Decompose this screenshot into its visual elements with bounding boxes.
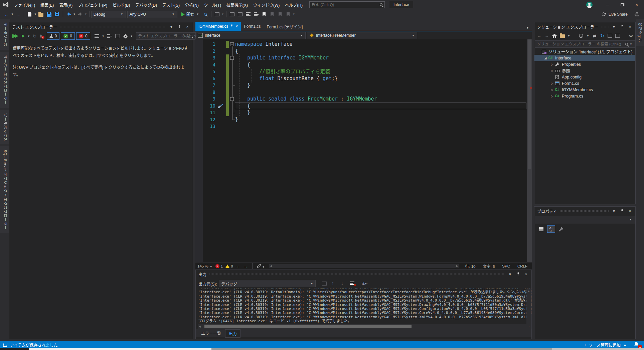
breakpoint-margin[interactable]: [195, 39, 203, 262]
code-text[interactable]: float DiscountRate { get;}: [235, 75, 526, 82]
fold-margin[interactable]: [229, 82, 235, 89]
glyph-margin[interactable]: [217, 116, 226, 123]
glyph-margin[interactable]: [217, 82, 226, 89]
live-share-button[interactable]: Live Share: [602, 12, 628, 17]
pending-changes-filter-icon[interactable]: [579, 32, 584, 39]
step-into-button[interactable]: [228, 11, 236, 18]
member-scope-select[interactable]: Interface.FreeMember ▼: [307, 32, 417, 39]
window-position-dropdown[interactable]: ▼: [611, 25, 617, 29]
code-text[interactable]: {: [235, 103, 526, 110]
pin-icon[interactable]: [619, 209, 625, 213]
tab-list-dropdown[interactable]: ▼: [526, 26, 532, 31]
insert-mode-indicator[interactable]: SPC: [500, 264, 512, 268]
menu-item-5[interactable]: デバッグ(D): [133, 0, 160, 9]
code-text[interactable]: [235, 123, 526, 130]
collapse-region-icon[interactable]: [230, 56, 234, 60]
code-line-4[interactable]: 4 {: [203, 61, 526, 68]
editor-tab-0[interactable]: IGYMMember.cs×: [195, 22, 241, 31]
output-horizontal-scrollbar[interactable]: ◀: [198, 324, 529, 329]
add-to-source-control-button[interactable]: ソース管理に追加: [589, 342, 621, 348]
collapse-region-icon[interactable]: [230, 97, 234, 101]
close-icon[interactable]: ×: [627, 209, 633, 213]
editor-vertical-scrollbar[interactable]: [527, 39, 532, 262]
categorized-view-button[interactable]: [537, 225, 545, 233]
menu-item-6[interactable]: テスト(S): [160, 0, 182, 9]
navigate-back-button[interactable]: ←: [3, 11, 10, 18]
code-line-3[interactable]: 3 public interface IGYMMember: [203, 54, 526, 61]
menu-item-0[interactable]: ファイル(F): [11, 0, 38, 9]
tab-error-list[interactable]: エラー一覧: [198, 329, 224, 337]
menu-item-1[interactable]: 編集(E): [38, 0, 56, 9]
glyph-margin[interactable]: [217, 61, 226, 68]
glyph-margin[interactable]: [217, 41, 226, 48]
run-tests-button[interactable]: [21, 32, 26, 40]
repeat-last-run-button[interactable]: ↻: [32, 32, 38, 40]
start-debug-button[interactable]: 開始 ▼: [179, 10, 201, 18]
code-text[interactable]: }: [235, 116, 526, 123]
undo-button[interactable]: [65, 11, 72, 18]
code-text[interactable]: }: [235, 109, 526, 116]
navigate-forward-button[interactable]: →: [14, 11, 22, 18]
close-icon[interactable]: ×: [627, 25, 633, 29]
forward-button[interactable]: →: [544, 32, 549, 39]
solution-search-box[interactable]: ▼: [535, 40, 635, 48]
show-all-files-button[interactable]: [615, 32, 620, 39]
code-line-1[interactable]: 1namespace Interface: [203, 41, 526, 48]
new-file-dropdown[interactable]: ▼: [34, 13, 37, 16]
test-search-box[interactable]: ▼: [136, 32, 199, 40]
tree-item-1[interactable]: ◢C#Interface: [534, 55, 635, 61]
debug-target-button[interactable]: [213, 11, 221, 18]
close-icon[interactable]: ×: [523, 272, 529, 276]
run-all-tests-button[interactable]: [11, 32, 19, 40]
code-text[interactable]: }: [235, 82, 526, 89]
tree-item-2[interactable]: ▷Properties: [534, 61, 635, 67]
cursor-line-indicator[interactable]: 行: 10: [463, 264, 478, 269]
playlist-button[interactable]: [94, 32, 100, 40]
nest-files-button[interactable]: [607, 32, 613, 39]
navigate-forward-icon[interactable]: →: [243, 264, 248, 269]
output-source-select[interactable]: デバッグ▼: [219, 280, 316, 287]
expander-collapsed-icon[interactable]: ▷: [550, 95, 554, 98]
glyph-margin[interactable]: [217, 103, 226, 110]
send-feedback-button[interactable]: [633, 11, 640, 18]
menu-item-9[interactable]: 拡張機能(X): [224, 0, 251, 9]
code-text[interactable]: {: [235, 48, 526, 55]
fold-margin[interactable]: [229, 96, 235, 103]
pin-icon[interactable]: [515, 272, 521, 277]
fold-margin[interactable]: [229, 48, 235, 55]
tree-item-4[interactable]: App.config: [534, 74, 635, 80]
tree-item-3[interactable]: ▷参照: [534, 67, 635, 74]
tests-failed-badge[interactable]: × 0: [76, 32, 90, 40]
back-button[interactable]: ←: [536, 32, 542, 39]
toolbar-overflow[interactable]: »: [636, 32, 641, 39]
glyph-margin[interactable]: [217, 54, 226, 61]
code-text[interactable]: {: [235, 61, 526, 68]
word-wrap-button[interactable]: ab↵: [361, 280, 368, 287]
view-code-button[interactable]: <>: [628, 32, 634, 39]
fold-margin[interactable]: [229, 75, 235, 82]
group-by-button[interactable]: [106, 32, 113, 40]
code-line-2[interactable]: 2{: [203, 48, 526, 55]
tab-output[interactable]: 出力: [225, 329, 240, 338]
find-message-button[interactable]: [321, 280, 328, 287]
glyph-margin[interactable]: [217, 68, 226, 75]
fold-margin[interactable]: [229, 61, 235, 68]
glyph-margin[interactable]: [217, 109, 226, 116]
line-ending-indicator[interactable]: CRLF: [515, 264, 530, 268]
menu-item-8[interactable]: ツール(T): [201, 0, 224, 9]
code-cleanup-button[interactable]: ▼: [257, 264, 265, 269]
navigate-backward-icon[interactable]: ←: [236, 264, 240, 269]
panel-drag-handle[interactable]: [601, 26, 609, 28]
run-dropdown[interactable]: ▼: [27, 35, 30, 38]
menu-item-7[interactable]: 分析(N): [182, 0, 201, 9]
code-line-13[interactable]: 13: [203, 123, 526, 130]
zoom-level-select[interactable]: 145 % ▼: [197, 264, 213, 268]
code-line-7[interactable]: 7 }: [203, 82, 526, 89]
glyph-margin[interactable]: [217, 96, 226, 103]
menu-item-10[interactable]: ウィンドウ(W): [251, 0, 282, 9]
code-text[interactable]: namespace Interface: [235, 41, 526, 48]
tree-item-0[interactable]: ソリューション 'Interface' (1/1 プロジェクト): [534, 48, 635, 55]
pin-icon[interactable]: [619, 25, 625, 29]
error-count[interactable]: × 1: [215, 264, 223, 268]
attach-process-button[interactable]: [202, 11, 209, 18]
